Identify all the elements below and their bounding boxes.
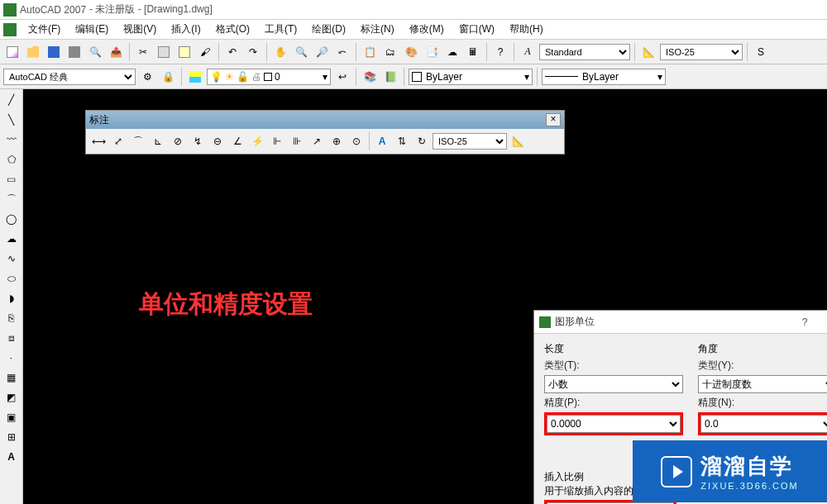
spline-tool[interactable]: ∿ bbox=[2, 250, 22, 268]
dimstyle-icon[interactable]: 📐 bbox=[639, 43, 657, 61]
menu-format[interactable]: 格式(O) bbox=[209, 21, 256, 38]
dialog-titlebar[interactable]: 图形单位 ? × bbox=[534, 311, 827, 334]
insert-block-tool[interactable]: ⎘ bbox=[2, 309, 22, 327]
dim-tolerance-button[interactable]: ⊕ bbox=[327, 132, 346, 150]
layer-prev-button[interactable]: ↩ bbox=[333, 68, 351, 86]
menu-edit[interactable]: 编辑(E) bbox=[69, 21, 115, 38]
properties-button[interactable]: 📋 bbox=[361, 43, 379, 61]
preview-button[interactable]: 🔍 bbox=[86, 43, 104, 61]
line-tool[interactable]: ╱ bbox=[2, 91, 22, 109]
help-button[interactable]: ? bbox=[491, 43, 509, 61]
zoom-win-button[interactable]: 🔎 bbox=[313, 43, 331, 61]
layer-dropdown[interactable]: 💡 ☀ 🔓 🖨 0 ▾ bbox=[207, 69, 331, 85]
polygon-tool[interactable]: ⬠ bbox=[2, 150, 22, 169]
dialog-close-button[interactable]: × bbox=[817, 316, 827, 329]
toolbar-title-text: 标注 bbox=[89, 113, 109, 127]
dim-arc-button[interactable]: ⌒ bbox=[129, 132, 147, 150]
dim-center-button[interactable]: ⊙ bbox=[347, 132, 366, 150]
dim-leader-button[interactable]: ↗ bbox=[308, 132, 326, 150]
layer-manager-button[interactable] bbox=[186, 68, 204, 86]
open-button[interactable] bbox=[24, 43, 42, 61]
markup-button[interactable]: ☁ bbox=[443, 43, 461, 61]
close-button[interactable]: × bbox=[546, 113, 561, 126]
polyline-tool[interactable]: 〰 bbox=[2, 131, 22, 149]
workspace-settings-button[interactable]: ⚙ bbox=[138, 68, 156, 86]
save-button[interactable] bbox=[45, 43, 63, 61]
textstyle-icon[interactable]: A bbox=[519, 43, 537, 61]
point-tool[interactable]: · bbox=[2, 349, 22, 367]
undo-button[interactable]: ↶ bbox=[223, 43, 241, 61]
menu-modify[interactable]: 修改(M) bbox=[403, 21, 451, 38]
new-button[interactable] bbox=[3, 43, 22, 61]
xline-tool[interactable]: ╲ bbox=[2, 111, 22, 129]
linetype-dropdown[interactable]: ByLayer ▾ bbox=[542, 69, 666, 85]
drawing-canvas[interactable]: 标注 × ⟷ ⤢ ⌒ ⊾ ⊘ ↯ ⊖ ∠ ⚡ ⊩ ⊪ ↗ ⊕ ⊙ A ⇅ bbox=[23, 89, 827, 504]
revcloud-tool[interactable]: ☁ bbox=[2, 230, 22, 248]
mtext-tool[interactable]: A bbox=[2, 448, 22, 466]
dim-tedit-button[interactable]: ⇅ bbox=[393, 132, 411, 150]
hatch-tool[interactable]: ▦ bbox=[2, 368, 22, 387]
circle-tool[interactable]: ◯ bbox=[2, 210, 22, 228]
menu-draw[interactable]: 绘图(D) bbox=[305, 21, 352, 38]
dim-style-dropdown[interactable]: ISO-25 bbox=[660, 44, 743, 60]
menu-insert[interactable]: 插入(I) bbox=[165, 21, 207, 38]
dim-baseline-button[interactable]: ⊩ bbox=[268, 132, 286, 150]
copy-button[interactable] bbox=[155, 43, 173, 61]
menu-view[interactable]: 视图(V) bbox=[117, 21, 163, 38]
print-button[interactable] bbox=[65, 43, 84, 61]
rectangle-tool[interactable]: ▭ bbox=[2, 170, 22, 188]
pan-button[interactable]: ✋ bbox=[271, 43, 289, 61]
layer-states-button[interactable]: 📚 bbox=[361, 68, 379, 86]
separator bbox=[634, 43, 635, 61]
menu-help[interactable]: 帮助(H) bbox=[503, 21, 550, 38]
gradient-tool[interactable]: ◩ bbox=[2, 388, 22, 407]
tablestyle-button[interactable]: S bbox=[752, 43, 770, 61]
matchprop-button[interactable]: 🖌 bbox=[196, 43, 214, 61]
dim-update-button[interactable]: ↻ bbox=[413, 132, 431, 150]
dim-edit-button[interactable]: A bbox=[373, 132, 391, 150]
angle-precision-select[interactable]: 0.0 bbox=[700, 415, 827, 433]
dim-continue-button[interactable]: ⊪ bbox=[288, 132, 306, 150]
paste-button[interactable] bbox=[175, 43, 194, 61]
redo-button[interactable]: ↷ bbox=[244, 43, 262, 61]
table-tool[interactable]: ⊞ bbox=[2, 428, 22, 446]
length-precision-select[interactable]: 0.0000 bbox=[547, 415, 681, 433]
sheet-set-button[interactable]: 📑 bbox=[423, 43, 441, 61]
menu-file[interactable]: 文件(F) bbox=[22, 21, 67, 38]
color-dropdown[interactable]: ByLayer ▾ bbox=[409, 69, 533, 85]
dim-jogged-button[interactable]: ↯ bbox=[189, 132, 207, 150]
dim-linear-button[interactable]: ⟷ bbox=[89, 132, 108, 150]
quickcalc-button[interactable]: 🖩 bbox=[464, 43, 482, 61]
publish-button[interactable]: 📤 bbox=[107, 43, 125, 61]
zoom-prev-button[interactable]: ⤺ bbox=[333, 43, 351, 61]
workspace-lock-button[interactable]: 🔒 bbox=[159, 68, 177, 86]
ellipse-tool[interactable]: ⬭ bbox=[2, 269, 22, 288]
dimension-toolbar-title[interactable]: 标注 × bbox=[86, 111, 564, 129]
cut-button[interactable]: ✂ bbox=[134, 43, 152, 61]
dim-diameter-button[interactable]: ⊖ bbox=[208, 132, 227, 150]
dim-ordinate-button[interactable]: ⊾ bbox=[149, 132, 167, 150]
region-tool[interactable]: ▣ bbox=[2, 408, 22, 426]
workspace-dropdown[interactable]: AutoCAD 经典 bbox=[3, 69, 136, 85]
angle-type-select[interactable]: 十进制度数 bbox=[698, 375, 827, 393]
menu-tools[interactable]: 工具(T) bbox=[258, 21, 304, 38]
text-style-dropdown[interactable]: Standard bbox=[539, 44, 630, 60]
arc-tool[interactable]: ⌒ bbox=[2, 190, 22, 208]
dimstyle-dropdown[interactable]: ISO-25 bbox=[433, 133, 507, 150]
menu-dimension[interactable]: 标注(N) bbox=[354, 21, 401, 38]
dim-aligned-button[interactable]: ⤢ bbox=[109, 132, 127, 150]
zoom-rt-button[interactable]: 🔍 bbox=[292, 43, 310, 61]
dialog-help-button[interactable]: ? bbox=[796, 316, 813, 328]
dim-radius-button[interactable]: ⊘ bbox=[169, 132, 187, 150]
tool-palettes-button[interactable]: 🎨 bbox=[402, 43, 420, 61]
ellipse-arc-tool[interactable]: ◗ bbox=[2, 289, 22, 307]
make-block-tool[interactable]: ⧈ bbox=[2, 329, 22, 347]
layer-iso-button[interactable]: 📗 bbox=[381, 68, 399, 86]
design-center-button[interactable]: 🗂 bbox=[381, 43, 399, 61]
dimstyle-manager-button[interactable]: 📐 bbox=[509, 132, 527, 150]
dim-angular-button[interactable]: ∠ bbox=[228, 132, 246, 150]
dim-quick-button[interactable]: ⚡ bbox=[248, 132, 266, 150]
length-type-select[interactable]: 小数 bbox=[544, 375, 683, 393]
menu-window[interactable]: 窗口(W) bbox=[452, 21, 501, 38]
separator bbox=[266, 43, 267, 61]
